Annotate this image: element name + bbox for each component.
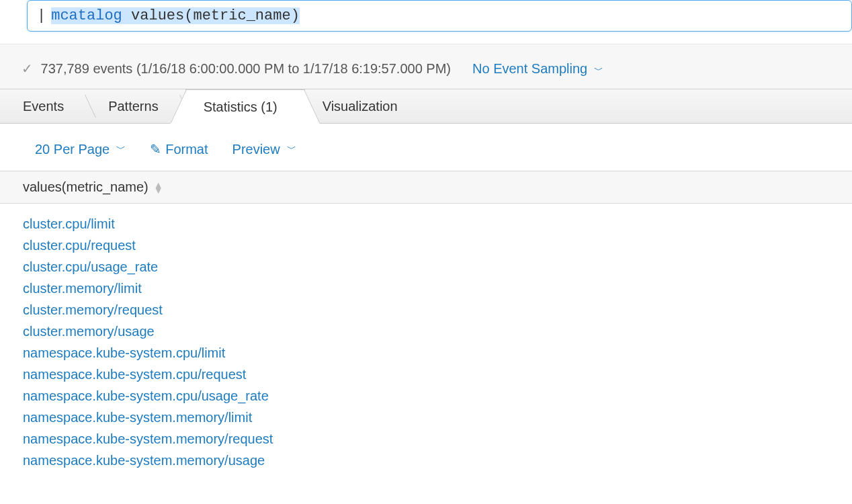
result-row[interactable]: namespace.kube-system.memory/limit <box>23 407 852 428</box>
preview-dropdown[interactable]: Preview ﹀ <box>232 141 296 157</box>
column-header-label: values(metric_name) <box>23 179 148 195</box>
result-row[interactable]: namespace.kube-system.cpu/usage_rate <box>23 385 852 407</box>
column-header[interactable]: values(metric_name) ▲▼ <box>0 171 852 204</box>
results-list: cluster.cpu/limitcluster.cpu/requestclus… <box>0 204 852 471</box>
tab-events[interactable]: Events <box>5 89 91 123</box>
chevron-down-icon: ﹀ <box>594 65 603 75</box>
sort-icon: ▲▼ <box>154 182 163 193</box>
format-button[interactable]: ✎ Format <box>150 141 208 157</box>
chevron-down-icon: ﹀ <box>116 143 126 155</box>
tab-statistics[interactable]: Statistics (1) <box>185 89 305 124</box>
result-row[interactable]: cluster.memory/request <box>23 299 852 321</box>
results-toolbar: 20 Per Page ﹀ ✎ Format Preview ﹀ <box>0 124 852 171</box>
result-row[interactable]: namespace.kube-system.memory/request <box>23 428 852 450</box>
status-bar: ✓ 737,789 events (1/16/18 6:00:00.000 PM… <box>0 44 852 89</box>
event-sampling-dropdown[interactable]: No Event Sampling ﹀ <box>472 61 603 77</box>
result-row[interactable]: namespace.kube-system.cpu/request <box>23 364 852 385</box>
check-icon: ✓ <box>22 61 33 76</box>
result-row[interactable]: namespace.kube-system.memory/usage <box>23 450 852 471</box>
result-row[interactable]: cluster.memory/limit <box>23 278 852 299</box>
result-row[interactable]: cluster.cpu/request <box>23 235 852 256</box>
result-tabs: Events Patterns Statistics (1) Visualiza… <box>0 89 852 124</box>
events-text: 737,789 events (1/16/18 6:00:00.000 PM t… <box>41 61 451 76</box>
result-row[interactable]: namespace.kube-system.cpu/limit <box>23 342 852 364</box>
pencil-icon: ✎ <box>150 141 161 157</box>
events-count: ✓ 737,789 events (1/16/18 6:00:00.000 PM… <box>22 60 451 77</box>
tab-visualization[interactable]: Visualization <box>305 89 425 123</box>
search-bar[interactable]: | mcatalog values(metric_name) <box>27 0 852 32</box>
tab-patterns[interactable]: Patterns <box>91 89 185 123</box>
sampling-label: No Event Sampling <box>472 61 587 76</box>
search-query: mcatalog values(metric_name) <box>51 7 300 24</box>
result-row[interactable]: cluster.cpu/limit <box>23 213 852 235</box>
pipe-char: | <box>37 7 46 24</box>
result-row[interactable]: cluster.memory/usage <box>23 321 852 342</box>
result-row[interactable]: cluster.cpu/usage_rate <box>23 256 852 278</box>
per-page-dropdown[interactable]: 20 Per Page ﹀ <box>35 141 126 157</box>
chevron-down-icon: ﹀ <box>287 143 296 155</box>
